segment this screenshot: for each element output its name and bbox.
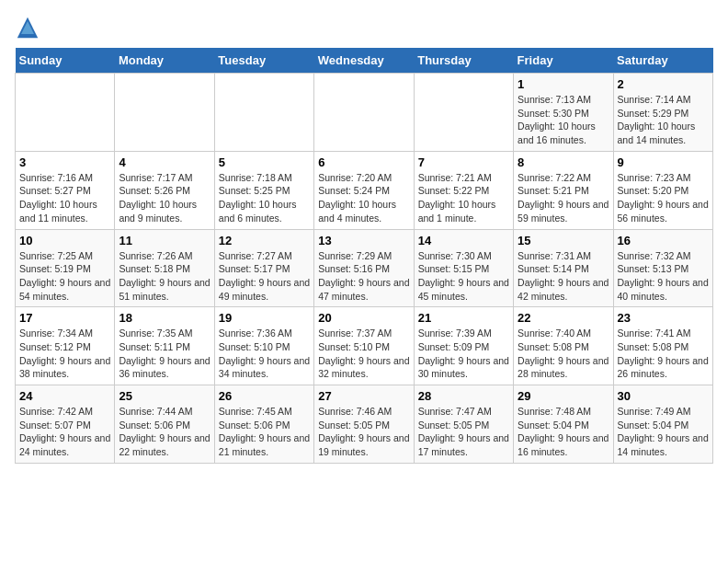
day-info: Sunrise: 7:48 AM Sunset: 5:04 PM Dayligh… [518, 405, 609, 459]
calendar-cell: 19Sunrise: 7:36 AM Sunset: 5:10 PM Dayli… [214, 307, 313, 385]
calendar-cell: 22Sunrise: 7:40 AM Sunset: 5:08 PM Dayli… [514, 307, 613, 385]
day-number: 15 [518, 234, 609, 247]
day-number: 6 [318, 155, 409, 169]
calendar-cell: 14Sunrise: 7:30 AM Sunset: 5:15 PM Dayli… [414, 229, 513, 307]
day-of-week-header: Tuesday [214, 48, 313, 74]
day-info: Sunrise: 7:35 AM Sunset: 5:11 PM Dayligh… [119, 327, 210, 381]
day-info: Sunrise: 7:13 AM Sunset: 5:30 PM Dayligh… [518, 93, 609, 147]
day-number: 13 [318, 234, 409, 247]
day-number: 26 [219, 389, 310, 403]
calendar-cell: 18Sunrise: 7:35 AM Sunset: 5:11 PM Dayli… [115, 307, 214, 385]
day-number: 20 [318, 311, 409, 325]
day-number: 22 [518, 311, 609, 325]
logo-icon [15, 15, 40, 40]
day-info: Sunrise: 7:37 AM Sunset: 5:10 PM Dayligh… [318, 327, 409, 381]
header-row: SundayMondayTuesdayWednesdayThursdayFrid… [16, 48, 713, 74]
day-number: 21 [418, 311, 509, 325]
day-info: Sunrise: 7:31 AM Sunset: 5:14 PM Dayligh… [518, 249, 609, 304]
calendar-body: 1Sunrise: 7:13 AM Sunset: 5:30 PM Daylig… [16, 74, 713, 464]
day-number: 10 [19, 234, 110, 247]
calendar-cell: 28Sunrise: 7:47 AM Sunset: 5:05 PM Dayli… [414, 385, 513, 464]
day-info: Sunrise: 7:36 AM Sunset: 5:10 PM Dayligh… [219, 327, 310, 381]
calendar-cell: 23Sunrise: 7:41 AM Sunset: 5:08 PM Dayli… [613, 307, 712, 385]
calendar-cell: 25Sunrise: 7:44 AM Sunset: 5:06 PM Dayli… [115, 385, 214, 464]
day-info: Sunrise: 7:14 AM Sunset: 5:29 PM Dayligh… [618, 93, 709, 147]
calendar-cell: 9Sunrise: 7:23 AM Sunset: 5:20 PM Daylig… [613, 151, 712, 229]
day-info: Sunrise: 7:21 AM Sunset: 5:22 PM Dayligh… [418, 171, 509, 225]
day-number: 30 [618, 389, 709, 403]
logo [15, 15, 44, 40]
day-of-week-header: Monday [115, 48, 214, 74]
calendar-cell: 24Sunrise: 7:42 AM Sunset: 5:07 PM Dayli… [16, 385, 115, 464]
calendar-cell [314, 74, 414, 152]
day-of-week-header: Wednesday [314, 48, 414, 74]
day-info: Sunrise: 7:45 AM Sunset: 5:06 PM Dayligh… [219, 405, 310, 459]
day-info: Sunrise: 7:42 AM Sunset: 5:07 PM Dayligh… [19, 405, 110, 459]
day-of-week-header: Friday [514, 48, 613, 74]
day-info: Sunrise: 7:25 AM Sunset: 5:19 PM Dayligh… [19, 249, 110, 304]
day-number: 2 [618, 77, 709, 91]
calendar-cell: 12Sunrise: 7:27 AM Sunset: 5:17 PM Dayli… [214, 229, 313, 307]
calendar-table: SundayMondayTuesdayWednesdayThursdayFrid… [15, 48, 713, 464]
calendar-cell: 11Sunrise: 7:26 AM Sunset: 5:18 PM Dayli… [115, 229, 214, 307]
day-number: 29 [518, 389, 609, 403]
day-info: Sunrise: 7:47 AM Sunset: 5:05 PM Dayligh… [418, 405, 509, 459]
day-info: Sunrise: 7:20 AM Sunset: 5:24 PM Dayligh… [318, 171, 409, 225]
day-number: 8 [518, 155, 609, 169]
calendar-cell: 1Sunrise: 7:13 AM Sunset: 5:30 PM Daylig… [514, 74, 613, 152]
calendar-cell: 30Sunrise: 7:49 AM Sunset: 5:04 PM Dayli… [613, 385, 712, 464]
day-number: 16 [618, 234, 709, 247]
day-info: Sunrise: 7:16 AM Sunset: 5:27 PM Dayligh… [19, 171, 110, 225]
day-info: Sunrise: 7:18 AM Sunset: 5:25 PM Dayligh… [219, 171, 310, 225]
day-info: Sunrise: 7:32 AM Sunset: 5:13 PM Dayligh… [618, 249, 709, 304]
day-number: 5 [219, 155, 310, 169]
day-info: Sunrise: 7:34 AM Sunset: 5:12 PM Dayligh… [19, 327, 110, 381]
day-number: 23 [618, 311, 709, 325]
calendar-cell: 17Sunrise: 7:34 AM Sunset: 5:12 PM Dayli… [16, 307, 115, 385]
day-number: 27 [318, 389, 409, 403]
calendar-cell: 4Sunrise: 7:17 AM Sunset: 5:26 PM Daylig… [115, 151, 214, 229]
day-info: Sunrise: 7:26 AM Sunset: 5:18 PM Dayligh… [119, 249, 210, 304]
day-of-week-header: Sunday [16, 48, 115, 74]
day-number: 25 [119, 389, 210, 403]
day-info: Sunrise: 7:17 AM Sunset: 5:26 PM Dayligh… [119, 171, 210, 225]
day-info: Sunrise: 7:39 AM Sunset: 5:09 PM Dayligh… [418, 327, 509, 381]
day-number: 4 [119, 155, 210, 169]
calendar-cell: 7Sunrise: 7:21 AM Sunset: 5:22 PM Daylig… [414, 151, 513, 229]
calendar-cell [414, 74, 513, 152]
day-number: 19 [219, 311, 310, 325]
day-info: Sunrise: 7:44 AM Sunset: 5:06 PM Dayligh… [119, 405, 210, 459]
day-number: 11 [119, 234, 210, 247]
calendar-cell: 6Sunrise: 7:20 AM Sunset: 5:24 PM Daylig… [314, 151, 414, 229]
day-number: 14 [418, 234, 509, 247]
calendar-cell: 20Sunrise: 7:37 AM Sunset: 5:10 PM Dayli… [314, 307, 414, 385]
day-number: 1 [518, 77, 609, 91]
day-number: 17 [19, 311, 110, 325]
calendar-cell: 16Sunrise: 7:32 AM Sunset: 5:13 PM Dayli… [613, 229, 712, 307]
day-info: Sunrise: 7:40 AM Sunset: 5:08 PM Dayligh… [518, 327, 609, 381]
day-info: Sunrise: 7:46 AM Sunset: 5:05 PM Dayligh… [318, 405, 409, 459]
calendar-cell: 2Sunrise: 7:14 AM Sunset: 5:29 PM Daylig… [613, 74, 712, 152]
day-number: 24 [19, 389, 110, 403]
day-info: Sunrise: 7:41 AM Sunset: 5:08 PM Dayligh… [618, 327, 709, 381]
day-number: 18 [119, 311, 210, 325]
day-info: Sunrise: 7:30 AM Sunset: 5:15 PM Dayligh… [418, 249, 509, 304]
calendar-cell: 8Sunrise: 7:22 AM Sunset: 5:21 PM Daylig… [514, 151, 613, 229]
calendar-cell: 5Sunrise: 7:18 AM Sunset: 5:25 PM Daylig… [214, 151, 313, 229]
calendar-week-row: 10Sunrise: 7:25 AM Sunset: 5:19 PM Dayli… [16, 229, 713, 307]
calendar-cell: 27Sunrise: 7:46 AM Sunset: 5:05 PM Dayli… [314, 385, 414, 464]
day-info: Sunrise: 7:49 AM Sunset: 5:04 PM Dayligh… [618, 405, 709, 459]
calendar-cell: 13Sunrise: 7:29 AM Sunset: 5:16 PM Dayli… [314, 229, 414, 307]
calendar-week-row: 24Sunrise: 7:42 AM Sunset: 5:07 PM Dayli… [16, 385, 713, 464]
calendar-week-row: 3Sunrise: 7:16 AM Sunset: 5:27 PM Daylig… [16, 151, 713, 229]
day-number: 7 [418, 155, 509, 169]
calendar-week-row: 17Sunrise: 7:34 AM Sunset: 5:12 PM Dayli… [16, 307, 713, 385]
calendar-cell: 3Sunrise: 7:16 AM Sunset: 5:27 PM Daylig… [16, 151, 115, 229]
page-header [15, 15, 713, 40]
day-info: Sunrise: 7:23 AM Sunset: 5:20 PM Dayligh… [618, 171, 709, 225]
day-info: Sunrise: 7:22 AM Sunset: 5:21 PM Dayligh… [518, 171, 609, 225]
calendar-cell [16, 74, 115, 152]
calendar-header: SundayMondayTuesdayWednesdayThursdayFrid… [16, 48, 713, 74]
calendar-week-row: 1Sunrise: 7:13 AM Sunset: 5:30 PM Daylig… [16, 74, 713, 152]
day-info: Sunrise: 7:29 AM Sunset: 5:16 PM Dayligh… [318, 249, 409, 304]
